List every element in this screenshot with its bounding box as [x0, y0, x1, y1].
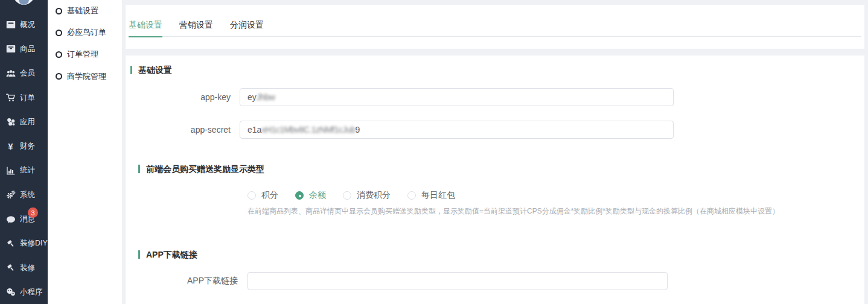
app-link-label: APP下载链接: [138, 276, 238, 287]
sidebar-item-label: 装修DIY: [20, 238, 48, 249]
sidebar-item-members[interactable]: 会员: [0, 62, 48, 86]
radio-circle-icon: [247, 191, 256, 200]
circle-bullet-icon: [56, 8, 62, 14]
tab-basic-settings[interactable]: 基础设置: [129, 20, 162, 37]
members-icon: [5, 68, 16, 78]
sidebar-item-system[interactable]: 系统: [0, 183, 48, 207]
app-key-value-prefix: ey: [247, 92, 257, 102]
sidebar-item-orders[interactable]: 订单: [0, 86, 48, 110]
tab-marketing-settings[interactable]: 营销设置: [179, 20, 213, 37]
sidebar-item-miniprogram[interactable]: 小程序: [0, 280, 48, 304]
reward-help-text: 在前端商品列表、商品详情页中显示会员购买赠送奖励类型，显示奖励值=当前渠道预计C…: [247, 206, 860, 217]
stats-chart-icon: [5, 165, 16, 176]
basic-settings-form: app-key eyJhbw app-secret e1axH1c1Mbv8C.…: [130, 88, 860, 139]
submenu-item-label: 必应鸟订单: [67, 27, 106, 38]
sidebar-item-finance[interactable]: ¥ 财务: [0, 134, 48, 158]
submenu-item-bingbird-orders[interactable]: 必应鸟订单: [48, 22, 122, 43]
message-bubble-icon: [5, 214, 16, 224]
submenu-item-label: 商学院管理: [67, 71, 106, 82]
app-secret-value-suffix: 9: [356, 125, 360, 135]
app-key-label: app-key: [130, 92, 231, 102]
message-count-badge: 3: [28, 207, 38, 218]
radio-circle-selected-icon: [295, 191, 304, 200]
app-secret-label: app-secret: [130, 125, 231, 135]
reward-display-body: 积分 余额 消费积分 每日红包 在前端商品列表、商品详情页中显: [247, 189, 860, 217]
app-secret-value-prefix: e1a: [247, 125, 261, 135]
submenu-item-order-management[interactable]: 订单管理: [48, 43, 122, 65]
sidebar-item-label: 订单: [20, 93, 35, 103]
radio-circle-icon: [407, 191, 416, 200]
sidebar-item-decorate[interactable]: 装修: [0, 256, 48, 280]
user-avatar-image: [19, 0, 29, 5]
submenu-item-basic-settings[interactable]: 基础设置: [48, 0, 122, 22]
app-secret-row: app-secret e1axH1c1Mbv8C.1zNMf1cJub9: [130, 121, 860, 139]
sidebar-item-decorate-diy[interactable]: 装修DIY: [0, 232, 48, 256]
sidebar-item-label: 小程序: [20, 287, 43, 297]
section-header-reward: 前端会员购买赠送奖励显示类型: [138, 164, 860, 174]
sidebar-nav: 概况 商品 会员 订单 应用 ¥ 财务: [0, 13, 48, 304]
settings-submenu: 基础设置 必应鸟订单 订单管理 商学院管理: [48, 0, 122, 304]
radio-consume-points[interactable]: 消费积分: [343, 190, 391, 201]
sidebar-item-label: 会员: [20, 68, 35, 78]
sidebar-item-label: 概况: [20, 20, 35, 30]
green-bar-icon: [130, 66, 132, 74]
radio-daily-redpacket[interactable]: 每日红包: [407, 190, 455, 201]
decorate-hammer-icon: [5, 263, 16, 273]
orders-cart-icon: [5, 93, 16, 103]
section-title: 基础设置: [138, 65, 172, 75]
sidebar-item-label: 商品: [20, 44, 35, 54]
settings-card: 基础设置 app-key eyJhbw app-secret e1axH1c1M…: [126, 55, 864, 304]
tabs-card: 基础设置 营销设置 分润设置: [126, 5, 864, 49]
submenu-item-academy-management[interactable]: 商学院管理: [48, 66, 122, 87]
circle-bullet-icon: [56, 73, 62, 80]
decorate-hammer-icon: [5, 238, 16, 249]
finance-yen-icon: ¥: [5, 141, 16, 151]
submenu-list: 基础设置 必应鸟订单 订单管理 商学院管理: [48, 0, 122, 87]
section-header-basic: 基础设置: [130, 65, 860, 75]
sidebar-item-label: 系统: [20, 190, 35, 200]
sidebar-item-label: 财务: [20, 141, 35, 151]
system-gears-icon: [5, 190, 16, 200]
circle-bullet-icon: [56, 51, 62, 58]
miniprogram-icon: [5, 287, 16, 297]
goods-icon: [5, 44, 16, 54]
user-avatar[interactable]: [13, 0, 34, 5]
sidebar-item-label: 装修: [20, 263, 35, 273]
app-key-row: app-key eyJhbw: [130, 88, 860, 106]
radio-circle-icon: [343, 191, 351, 200]
section-title: APP下载链接: [146, 250, 197, 259]
tab-profit-settings[interactable]: 分润设置: [230, 20, 264, 37]
overview-icon: [5, 20, 16, 30]
green-bar-icon: [138, 250, 140, 259]
radio-points[interactable]: 积分: [247, 190, 278, 201]
green-bar-icon: [138, 165, 140, 173]
circle-bullet-icon: [56, 30, 62, 36]
app-key-value-masked: Jhbw: [257, 92, 275, 102]
radio-balance[interactable]: 余额: [295, 190, 326, 201]
section-title: 前端会员购买赠送奖励显示类型: [146, 164, 264, 174]
app-link-section: APP下载链接 APP下载链接: [138, 250, 860, 290]
main-sidebar: 概况 商品 会员 订单 应用 ¥ 财务: [0, 0, 48, 304]
reward-type-radio-group: 积分 余额 消费积分 每日红包: [247, 189, 860, 201]
sidebar-item-apps[interactable]: 应用: [0, 110, 48, 134]
tab-strip: 基础设置 营销设置 分润设置: [129, 20, 861, 37]
app-link-row: APP下载链接: [138, 272, 860, 290]
app-secret-value-masked: xH1c1Mbv8C.1zNMf1cJub: [261, 125, 355, 135]
sidebar-item-goods[interactable]: 商品: [0, 37, 48, 61]
sidebar-item-stats[interactable]: 统计: [0, 159, 48, 183]
submenu-item-label: 订单管理: [67, 49, 98, 60]
app-link-input[interactable]: [247, 272, 668, 290]
sidebar-item-messages[interactable]: 消息 3: [0, 207, 48, 231]
submenu-item-label: 基础设置: [67, 5, 98, 16]
sidebar-item-label: 统计: [20, 165, 35, 176]
app-key-input[interactable]: eyJhbw: [240, 88, 674, 106]
section-header-app-link: APP下载链接: [138, 250, 860, 259]
apps-icon: [5, 117, 16, 127]
sidebar-item-overview[interactable]: 概况: [0, 13, 48, 37]
reward-display-section: 前端会员购买赠送奖励显示类型 积分 余额 消费积分: [138, 164, 860, 217]
main-content: 基础设置 营销设置 分润设置 基础设置 app-key eyJhbw app-s…: [122, 0, 868, 304]
sidebar-item-label: 应用: [20, 117, 35, 127]
app-secret-input[interactable]: e1axH1c1Mbv8C.1zNMf1cJub9: [240, 121, 674, 139]
